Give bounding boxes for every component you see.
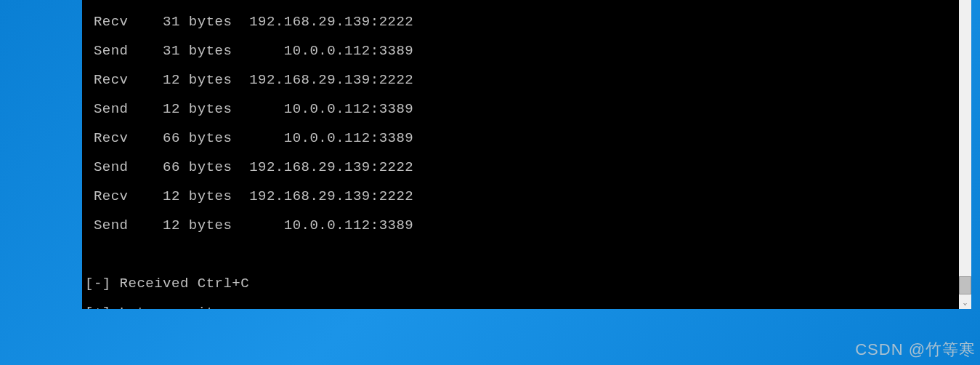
terminal-line: Recv 66 bytes 10.0.0.112:3389 bbox=[85, 131, 948, 145]
terminal-blank-line bbox=[85, 247, 948, 262]
terminal-line: Send 31 bytes 10.0.0.112:3389 bbox=[85, 44, 948, 58]
terminal-line: Recv 12 bytes 192.168.29.139:2222 bbox=[85, 189, 948, 204]
terminal-line: Send 66 bytes 192.168.29.139:2222 bbox=[85, 160, 948, 175]
terminal-line: Send 12 bytes 10.0.0.112:3389 bbox=[85, 218, 948, 233]
scrollbar-track[interactable] bbox=[959, 0, 971, 309]
terminal-window: Recv 31 bytes 192.168.29.139:2222 Send 3… bbox=[82, 0, 971, 309]
scrollbar-down-button[interactable]: ⌄ bbox=[959, 297, 971, 309]
terminal-line: Recv 31 bytes 192.168.29.139:2222 bbox=[85, 15, 948, 29]
terminal-line: [+] Let me exit ...... bbox=[85, 305, 948, 309]
scrollbar-thumb[interactable] bbox=[959, 276, 971, 294]
terminal-output: Recv 31 bytes 192.168.29.139:2222 Send 3… bbox=[82, 0, 951, 309]
terminal-line: Recv 12 bytes 192.168.29.139:2222 bbox=[85, 73, 948, 87]
terminal-line: [-] Received Ctrl+C bbox=[85, 276, 948, 291]
terminal-line: Send 12 bytes 10.0.0.112:3389 bbox=[85, 102, 948, 116]
scrollbar-vertical[interactable]: ⌄ bbox=[959, 0, 971, 309]
watermark-text: CSDN @竹等寒 bbox=[855, 339, 976, 361]
